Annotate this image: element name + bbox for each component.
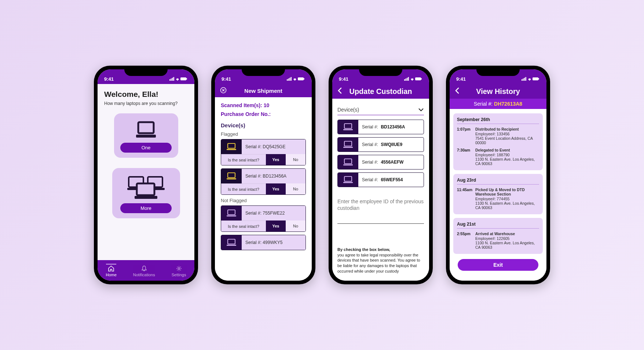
device-card: Serial #: 499WKY5 [221, 235, 306, 250]
device-card: Serial #: BD123456A Is the seal intact? … [221, 168, 306, 195]
exit-button[interactable]: Exit [458, 259, 538, 271]
serial-val: BD123456A [381, 124, 405, 130]
legal-rest: you agree to take legal responsibility o… [337, 253, 420, 274]
seal-question: Is the seal intact? [221, 183, 266, 194]
po-number: Purchase Order No.: [221, 111, 306, 117]
entry-line: Employee#: 774455 [475, 197, 539, 201]
nav-notifications[interactable]: Notifications [133, 264, 155, 277]
nav-home-label: Home [106, 273, 116, 277]
device-row[interactable]: Serial #: 4556AEFW [337, 155, 424, 169]
devices-dropdown[interactable]: Device(s) [337, 105, 424, 115]
dropdown-label: Device(s) [337, 107, 359, 113]
history-entry: 7:30am Delegated to Event Employee#: 188… [457, 148, 539, 166]
scanned-count: Scanned Item(s): 10 [221, 102, 306, 108]
serial-key: Serial #: [362, 160, 378, 165]
entry-time: 11:45am [457, 187, 472, 210]
scan-one-card[interactable]: One [114, 113, 178, 158]
gear-icon [176, 266, 182, 272]
svg-rect-21 [227, 215, 236, 216]
entry-line: Employee#: 188790 [475, 153, 539, 157]
serial-label: Serial #: 755FWE22 [242, 206, 305, 220]
laptop-single-icon [133, 120, 159, 143]
laptop-icon [338, 138, 358, 152]
scan-more-card[interactable]: More [112, 168, 180, 218]
serial-val: SWQIIUE9 [381, 142, 402, 147]
svg-rect-27 [343, 147, 353, 148]
nav-home[interactable]: Home [106, 264, 116, 277]
entry-title: Picked Up & Moved to DTD Warehouse Secti… [475, 187, 539, 196]
nav-notif-label: Notifications [133, 273, 155, 277]
svg-rect-29 [343, 164, 353, 165]
bell-icon [141, 266, 147, 272]
serial-bar: Serial #: DH72613A8 [450, 99, 546, 109]
close-icon[interactable] [220, 87, 227, 95]
history-group: September 26th 1:07pm Distributed to Rec… [453, 113, 543, 170]
header-title: New Shipment [244, 88, 282, 94]
notch [242, 66, 285, 76]
svg-rect-13 [135, 196, 157, 199]
nav-settings[interactable]: Settings [172, 264, 186, 277]
serial-label: Serial #: 499WKY5 [242, 235, 305, 250]
devices-heading: Device(s) [221, 122, 306, 128]
back-icon[interactable] [337, 87, 343, 96]
phone-home: 9:41 Welcome, Ella! How many laptops are… [94, 66, 198, 284]
device-card: Serial #: DQ5425GE Is the seal intact? Y… [221, 139, 306, 165]
status-icons [404, 77, 422, 81]
serial-key: Serial #: [474, 101, 493, 107]
laptop-icon [338, 173, 358, 187]
svg-rect-28 [344, 159, 352, 164]
history-date: Aug 23rd [457, 178, 539, 185]
history-date: September 26th [457, 117, 539, 124]
svg-rect-23 [227, 245, 236, 246]
status-time: 9:41 [222, 76, 231, 82]
status-time: 9:41 [104, 76, 114, 82]
one-button[interactable]: One [120, 143, 172, 153]
phone-custodian: 9:41 Update Custodian Device(s) Serial #… [329, 66, 433, 284]
seal-yes[interactable]: Yes [266, 183, 286, 194]
seal-no[interactable]: No [286, 183, 305, 194]
entry-line: 1100 N. Eastern Ave. Los Angeles, CA 900… [475, 157, 539, 166]
svg-rect-6 [138, 122, 154, 133]
svg-rect-7 [136, 135, 156, 138]
bottom-nav: Home Notifications Settings [98, 260, 194, 281]
seal-yes[interactable]: Yes [266, 154, 286, 165]
status-icons [287, 77, 305, 81]
notch [476, 66, 520, 76]
svg-rect-31 [343, 182, 353, 183]
history-entry: 1:07pm Distributed to Recipient Employee… [457, 127, 539, 145]
device-row[interactable]: Serial #: BD123456A [337, 120, 424, 134]
laptop-icon [338, 120, 358, 134]
status-time: 9:41 [339, 76, 348, 82]
history-group: Aug 21st 2:55pm Arrived at Warehouse Emp… [453, 218, 543, 254]
svg-rect-19 [227, 178, 236, 179]
device-row[interactable]: Serial #: SWQIIUE9 [337, 137, 424, 152]
svg-point-14 [178, 268, 180, 270]
entry-line: Employee#: 122605 [475, 236, 539, 241]
serial-key: Serial #: [362, 142, 378, 147]
entry-time: 1:07pm [457, 127, 472, 145]
more-button[interactable]: More [120, 203, 172, 213]
laptop-icon [221, 206, 242, 220]
seal-no[interactable]: No [286, 154, 305, 165]
seal-yes[interactable]: Yes [266, 220, 286, 231]
laptop-multi-icon [126, 175, 166, 203]
entry-title: Distributed to Recipient [475, 127, 539, 131]
seal-question: Is the seal intact? [221, 154, 266, 165]
history-group: Aug 23rd 11:45am Picked Up & Moved to DT… [453, 174, 543, 214]
laptop-icon [338, 155, 358, 169]
device-row[interactable]: Serial #: 65WEF554 [337, 172, 424, 187]
phone-shipment: 9:41 New Shipment Scanned Item(s): 10 Pu… [211, 66, 315, 284]
entry-time: 7:30am [457, 148, 472, 166]
svg-rect-20 [228, 210, 235, 215]
seal-no[interactable]: No [286, 220, 305, 231]
flagged-heading: Flagged [221, 131, 306, 137]
history-date: Aug 21st [457, 222, 539, 229]
scan-prompt: How many laptops are you scanning? [104, 101, 188, 106]
back-icon[interactable] [455, 87, 460, 96]
serial-val: 65WEF554 [381, 177, 403, 182]
svg-rect-16 [228, 143, 235, 148]
svg-rect-22 [228, 239, 235, 244]
employee-id-input[interactable] [337, 214, 424, 224]
status-time: 9:41 [456, 76, 466, 82]
serial-label: Serial #: DQ5425GE [242, 139, 305, 154]
